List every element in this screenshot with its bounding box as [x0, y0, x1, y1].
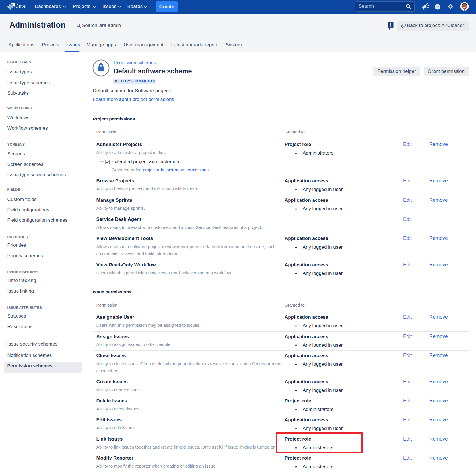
svg-text:?: ?: [436, 5, 439, 9]
